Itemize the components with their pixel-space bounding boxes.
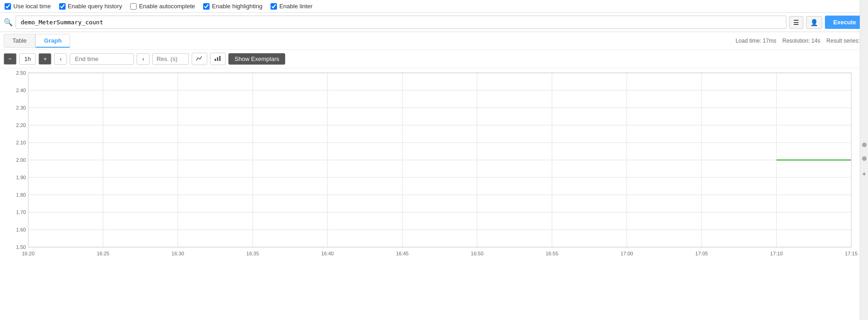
- load-time: Load time: 17ms: [735, 38, 776, 44]
- svg-text:16:30: 16:30: [171, 251, 184, 256]
- svg-text:2.10: 2.10: [16, 140, 26, 145]
- svg-text:1.90: 1.90: [16, 175, 26, 180]
- checkbox-label-enable-highlighting: Enable highlighting: [212, 3, 262, 10]
- checkbox-input-enable-query-history[interactable]: [59, 3, 66, 10]
- end-time-input[interactable]: [70, 53, 134, 65]
- meta-bar: Table Graph Load time: 17ms Resolution: …: [0, 32, 868, 50]
- checkbox-label-use-local-time: Use local time: [13, 3, 51, 10]
- user-icon-button[interactable]: 👤: [806, 16, 822, 29]
- svg-text:2.00: 2.00: [16, 157, 26, 163]
- svg-text:2.30: 2.30: [16, 105, 26, 110]
- svg-text:1.60: 1.60: [16, 227, 26, 232]
- tab-table[interactable]: Table: [4, 34, 35, 48]
- checkbox-use-local-time[interactable]: Use local time: [5, 3, 51, 10]
- svg-rect-0: [215, 59, 216, 61]
- checkbox-enable-linter[interactable]: Enable linter: [271, 3, 312, 10]
- history-list-button[interactable]: ☰: [789, 16, 803, 29]
- decrease-duration-button[interactable]: −: [4, 53, 17, 65]
- execute-button[interactable]: Execute: [825, 16, 864, 29]
- sidebar-plus-icon[interactable]: +: [862, 170, 866, 177]
- svg-text:2.40: 2.40: [16, 88, 26, 93]
- svg-text:16:25: 16:25: [97, 251, 110, 256]
- chart-area: 2.502.402.302.202.102.001.901.801.701.60…: [0, 68, 868, 261]
- top-bar: Use local timeEnable query historyEnable…: [0, 0, 868, 13]
- svg-text:16:20: 16:20: [22, 251, 35, 256]
- next-time-button[interactable]: ›: [137, 53, 149, 65]
- svg-text:2.20: 2.20: [16, 122, 26, 128]
- svg-text:1.70: 1.70: [16, 210, 26, 215]
- right-sidebar: +: [860, 0, 868, 261]
- checkbox-enable-autocomplete[interactable]: Enable autocomplete: [130, 3, 195, 10]
- svg-text:17:15: 17:15: [845, 251, 858, 256]
- svg-text:17:10: 17:10: [770, 251, 783, 256]
- show-exemplars-button[interactable]: Show Exemplars: [228, 53, 285, 65]
- svg-rect-1: [217, 57, 218, 61]
- query-input[interactable]: [16, 16, 786, 29]
- svg-text:16:50: 16:50: [471, 251, 484, 256]
- duration-button[interactable]: 1h: [19, 53, 36, 65]
- svg-text:2.50: 2.50: [16, 70, 26, 76]
- increase-duration-button[interactable]: +: [39, 53, 51, 65]
- svg-text:16:45: 16:45: [396, 251, 409, 256]
- checkbox-input-enable-linter[interactable]: [271, 3, 277, 10]
- checkbox-input-enable-autocomplete[interactable]: [130, 3, 137, 10]
- stacked-chart-button[interactable]: [210, 53, 226, 65]
- svg-text:1.50: 1.50: [16, 244, 26, 250]
- checkbox-label-enable-linter: Enable linter: [279, 3, 312, 10]
- tab-graph[interactable]: Graph: [35, 34, 70, 48]
- graph-controls: − 1h + ‹ › Show Exemplars: [0, 50, 868, 68]
- checkbox-enable-highlighting[interactable]: Enable highlighting: [203, 3, 262, 10]
- svg-text:16:40: 16:40: [321, 251, 334, 256]
- svg-text:16:35: 16:35: [246, 251, 259, 256]
- resolution-input[interactable]: [152, 53, 189, 65]
- query-bar: 🔍 ☰ 👤 Execute: [0, 13, 868, 32]
- svg-text:1.80: 1.80: [16, 192, 26, 198]
- svg-rect-2: [219, 56, 221, 61]
- line-chart-button[interactable]: [192, 53, 207, 65]
- checkbox-label-enable-autocomplete: Enable autocomplete: [139, 3, 195, 10]
- chart-svg: 2.502.402.302.202.102.001.901.801.701.60…: [0, 68, 868, 261]
- resolution: Resolution: 14s: [782, 38, 820, 44]
- search-icon: 🔍: [4, 18, 13, 27]
- result-series: Result series: 1: [826, 38, 864, 44]
- svg-text:17:05: 17:05: [695, 251, 708, 256]
- svg-text:17:00: 17:00: [620, 251, 633, 256]
- sidebar-dot-2: [862, 156, 867, 161]
- prev-time-button[interactable]: ‹: [54, 53, 67, 65]
- sidebar-dot-1: [862, 143, 867, 147]
- checkbox-label-enable-query-history: Enable query history: [68, 3, 122, 10]
- checkbox-input-enable-highlighting[interactable]: [203, 3, 210, 10]
- checkbox-enable-query-history[interactable]: Enable query history: [59, 3, 122, 10]
- tabs: Table Graph: [4, 34, 70, 48]
- result-meta: Load time: 17ms Resolution: 14s Result s…: [731, 38, 864, 44]
- checkbox-input-use-local-time[interactable]: [5, 3, 11, 10]
- svg-text:16:55: 16:55: [546, 251, 558, 256]
